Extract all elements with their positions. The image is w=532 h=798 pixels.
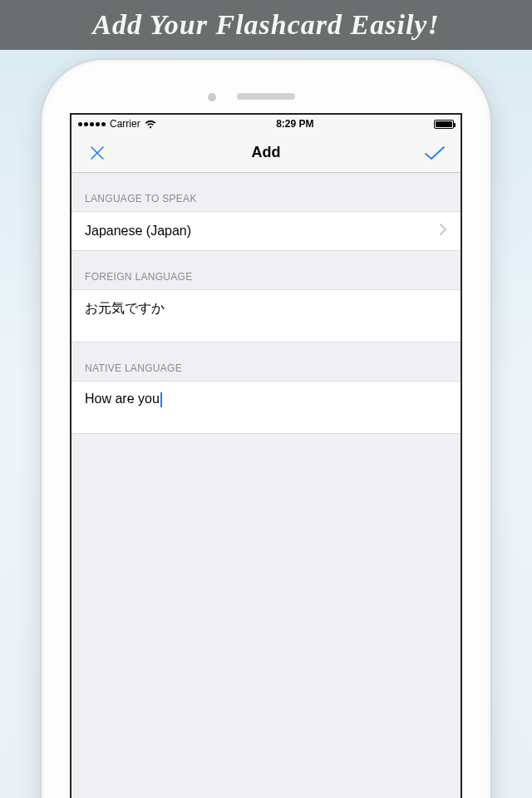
status-left: Carrier: [78, 118, 156, 130]
screen-bezel: Carrier 8:29 PM Add: [70, 113, 462, 798]
carrier-label: Carrier: [110, 118, 140, 130]
promo-banner: Add Your Flashcard Easily!: [0, 0, 532, 50]
form-content: LANGUAGE TO SPEAK Japanese (Japan) FOREI…: [71, 173, 461, 798]
status-right: [434, 120, 454, 129]
native-language-value: How are you: [85, 392, 160, 406]
text-caret: [160, 392, 162, 407]
wifi-icon: [145, 120, 156, 129]
battery-icon: [434, 120, 454, 129]
native-language-field[interactable]: How are you: [71, 381, 461, 434]
speaker-slot: [237, 93, 295, 100]
camera-dot: [208, 93, 216, 101]
section-header-language-to-speak: LANGUAGE TO SPEAK: [71, 173, 461, 211]
signal-dots-icon: [78, 122, 106, 126]
cancel-button[interactable]: [83, 139, 111, 167]
section-header-foreign-language: FOREIGN LANGUAGE: [71, 251, 461, 289]
nav-bar: Add: [71, 133, 461, 173]
chevron-right-icon: [440, 224, 447, 239]
close-icon: [89, 145, 106, 161]
phone-top: [42, 60, 490, 113]
status-bar: Carrier 8:29 PM: [71, 115, 461, 133]
screen: Carrier 8:29 PM Add: [71, 115, 461, 798]
checkmark-icon: [424, 145, 446, 161]
nav-title: Add: [252, 144, 281, 161]
foreign-language-value: お元気ですか: [85, 301, 165, 315]
promo-headline: Add Your Flashcard Easily!: [92, 9, 439, 41]
status-time: 8:29 PM: [276, 118, 313, 130]
phone-frame: Carrier 8:29 PM Add: [42, 60, 490, 798]
confirm-button[interactable]: [421, 139, 449, 167]
language-to-speak-cell[interactable]: Japanese (Japan): [71, 211, 461, 251]
language-to-speak-value: Japanese (Japan): [85, 224, 191, 239]
foreign-language-field[interactable]: お元気ですか: [71, 289, 461, 342]
section-header-native-language: NATIVE LANGUAGE: [71, 342, 461, 381]
